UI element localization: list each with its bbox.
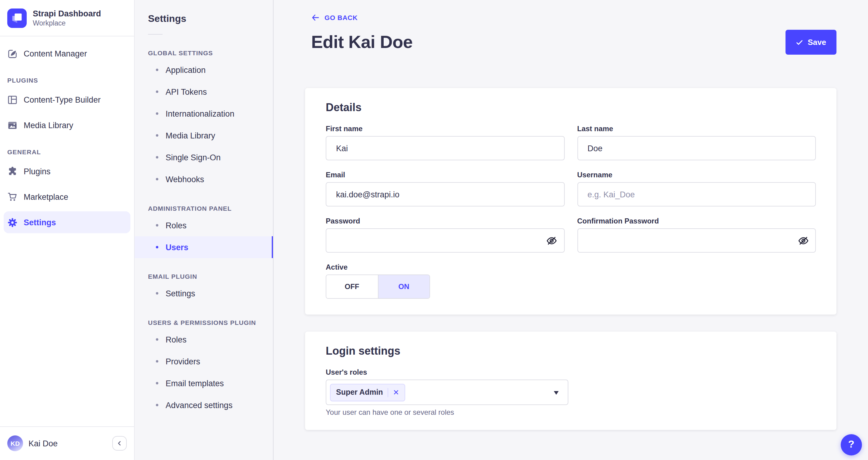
section-users-permissions-plugin: USERS & PERMISSIONS PLUGIN bbox=[135, 319, 273, 326]
login-settings-title: Login settings bbox=[326, 345, 816, 358]
settings-item-admin-users[interactable]: Users bbox=[135, 236, 273, 258]
username-input[interactable] bbox=[577, 182, 816, 206]
settings-item-api-tokens[interactable]: API Tokens bbox=[135, 81, 273, 103]
role-tag: Super Admin bbox=[330, 383, 405, 401]
bullet-icon bbox=[156, 68, 158, 71]
sidebar-item-label: Media Library bbox=[24, 120, 73, 130]
bullet-icon bbox=[156, 112, 158, 115]
last-name-field: Last name bbox=[577, 124, 816, 160]
help-button[interactable]: ? bbox=[841, 434, 862, 455]
chevron-down-icon bbox=[554, 391, 559, 395]
password-input[interactable] bbox=[326, 228, 564, 253]
settings-item-media-library[interactable]: Media Library bbox=[135, 124, 273, 146]
confirmation-password-field: Confirmation Password bbox=[577, 217, 816, 253]
roles-hint: Your user can have one or several roles bbox=[326, 408, 816, 416]
sidebar-item-settings[interactable]: Settings bbox=[4, 211, 130, 233]
sidebar-item-label: Content-Type Builder bbox=[24, 95, 101, 104]
check-icon bbox=[796, 38, 803, 46]
details-card-title: Details bbox=[326, 102, 816, 114]
settings-item-single-sign-on[interactable]: Single Sign-On bbox=[135, 146, 273, 168]
sidebar-item-content-manager[interactable]: Content Manager bbox=[4, 42, 130, 64]
strapi-logo-icon bbox=[7, 8, 27, 28]
user-roles-field: User's roles Super Admin Your user can h… bbox=[326, 368, 816, 416]
remove-role-button[interactable] bbox=[393, 389, 399, 395]
strapi-admin-app: Strapi Dashboard Workplace Content Manag… bbox=[0, 0, 868, 460]
active-toggle-on[interactable]: ON bbox=[378, 275, 429, 298]
sidebar-item-media-library[interactable]: Media Library bbox=[4, 114, 130, 136]
divider bbox=[388, 388, 389, 397]
section-global-settings: GLOBAL SETTINGS bbox=[135, 49, 273, 56]
sidebar-item-content-type-builder[interactable]: Content-Type Builder bbox=[4, 89, 130, 111]
active-toggle-off[interactable]: OFF bbox=[326, 275, 378, 298]
save-button[interactable]: Save bbox=[785, 30, 836, 55]
marketplace-icon bbox=[7, 192, 18, 202]
settings-item-webhooks[interactable]: Webhooks bbox=[135, 168, 273, 190]
arrow-left-icon bbox=[311, 13, 320, 22]
close-icon bbox=[393, 389, 399, 395]
settings-item-admin-roles[interactable]: Roles bbox=[135, 214, 273, 236]
toggle-password-visibility-button[interactable] bbox=[541, 231, 562, 250]
bullet-icon bbox=[156, 292, 158, 294]
bullet-icon bbox=[156, 246, 158, 248]
sidebar-item-label: Plugins bbox=[24, 167, 51, 176]
nav-section-plugins: PLUGINS bbox=[7, 77, 130, 84]
page-title: Edit Kai Doe bbox=[311, 32, 412, 52]
collapse-sidebar-button[interactable] bbox=[112, 436, 127, 451]
content-type-builder-icon bbox=[7, 94, 18, 105]
sidebar-user-row: KD Kai Doe bbox=[0, 426, 134, 460]
section-administration-panel: ADMINISTRATION PANEL bbox=[135, 205, 273, 212]
go-back-link[interactable]: GO BACK bbox=[311, 13, 836, 22]
plugins-icon bbox=[7, 166, 18, 176]
last-name-input[interactable] bbox=[577, 136, 816, 160]
bullet-icon bbox=[156, 382, 158, 384]
settings-item-providers[interactable]: Providers bbox=[135, 350, 273, 372]
bullet-icon bbox=[156, 338, 158, 341]
last-name-label: Last name bbox=[577, 124, 816, 133]
section-email-plugin: EMAIL PLUGIN bbox=[135, 272, 273, 280]
bullet-icon bbox=[156, 360, 158, 363]
user-roles-label: User's roles bbox=[326, 368, 816, 376]
divider bbox=[148, 34, 162, 35]
avatar[interactable]: KD bbox=[7, 435, 23, 451]
active-label: Active bbox=[326, 263, 564, 271]
email-field: Email bbox=[326, 171, 564, 206]
confirmation-password-input[interactable] bbox=[577, 228, 816, 253]
sidebar-item-label: Marketplace bbox=[24, 192, 68, 201]
email-input[interactable] bbox=[326, 182, 564, 206]
confirmation-password-label: Confirmation Password bbox=[577, 217, 816, 225]
bullet-icon bbox=[156, 156, 158, 159]
settings-item-email-settings[interactable]: Settings bbox=[135, 282, 273, 304]
settings-item-advanced-settings[interactable]: Advanced settings bbox=[135, 394, 273, 416]
active-field: Active OFF ON bbox=[326, 263, 564, 299]
password-field: Password bbox=[326, 217, 564, 253]
details-card: Details First name Last name Email Usern… bbox=[305, 88, 836, 315]
workspace-title: Strapi Dashboard bbox=[33, 9, 101, 19]
primary-sidebar: Strapi Dashboard Workplace Content Manag… bbox=[0, 0, 135, 460]
toggle-confirmation-visibility-button[interactable] bbox=[793, 231, 813, 250]
email-label: Email bbox=[326, 171, 564, 179]
first-name-label: First name bbox=[326, 124, 564, 133]
settings-item-email-templates[interactable]: Email templates bbox=[135, 372, 273, 394]
bullet-icon bbox=[156, 224, 158, 227]
workspace-switcher[interactable]: Strapi Dashboard Workplace bbox=[0, 0, 134, 36]
settings-item-up-roles[interactable]: Roles bbox=[135, 328, 273, 350]
first-name-field: First name bbox=[326, 124, 564, 160]
username-field: Username bbox=[577, 171, 816, 206]
bullet-icon bbox=[156, 134, 158, 137]
primary-nav: Content Manager PLUGINS Content-Type Bui… bbox=[0, 36, 134, 233]
media-library-icon bbox=[7, 120, 18, 130]
active-toggle: OFF ON bbox=[326, 275, 430, 299]
bullet-icon bbox=[156, 90, 158, 93]
chevron-left-icon bbox=[116, 440, 123, 447]
settings-item-internationalization[interactable]: Internationalization bbox=[135, 103, 273, 124]
sidebar-item-label: Content Manager bbox=[24, 49, 87, 58]
settings-item-application[interactable]: Application bbox=[135, 59, 273, 81]
sidebar-item-plugins[interactable]: Plugins bbox=[4, 160, 130, 182]
user-roles-select[interactable]: Super Admin bbox=[326, 379, 568, 405]
sidebar-item-marketplace[interactable]: Marketplace bbox=[4, 186, 130, 208]
main-content: GO BACK Edit Kai Doe Save Details First … bbox=[274, 0, 868, 460]
settings-gear-icon bbox=[7, 217, 18, 227]
eye-off-icon bbox=[797, 235, 809, 246]
first-name-input[interactable] bbox=[326, 136, 564, 160]
username-label: Username bbox=[577, 171, 816, 179]
